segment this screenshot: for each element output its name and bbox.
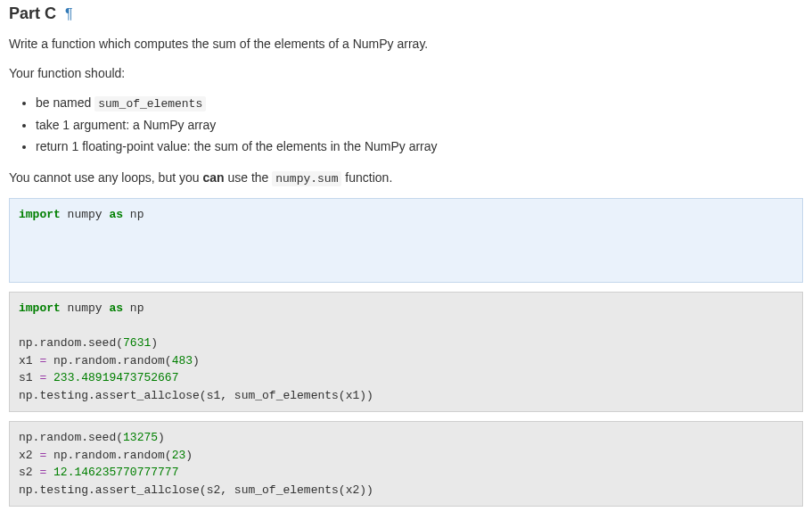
- number-literal: 23: [172, 449, 186, 462]
- number-literal: 12.146235770777777: [53, 466, 178, 479]
- req-text: be named: [36, 95, 94, 110]
- code-text: ): [151, 336, 158, 350]
- code-text: s2: [19, 466, 39, 479]
- number-literal: 233.48919473752667: [53, 371, 178, 384]
- code-text: ): [193, 354, 200, 367]
- code-inline: sum_of_elements: [94, 96, 206, 111]
- code-text: s1: [19, 371, 39, 384]
- code-text: np.testing.assert_allclose(s2, sum_of_el…: [19, 483, 373, 497]
- test-cell-1: import numpy as np np.random.seed(7631) …: [9, 292, 803, 412]
- alias-name: np: [123, 301, 144, 315]
- constraint-text: You cannot use any loops, but you can us…: [9, 169, 803, 188]
- constraint-pre: You cannot use any loops, but you: [9, 170, 202, 185]
- constraint-post: function.: [341, 170, 392, 185]
- requirements-list: be named sum_of_elements take 1 argument…: [9, 94, 803, 156]
- code-text: ): [185, 449, 193, 462]
- intro-text: Write a function which computes the sum …: [9, 35, 803, 54]
- number-literal: 483: [172, 354, 193, 367]
- keyword-as: as: [109, 208, 123, 221]
- code-text: np.random.random(: [46, 449, 171, 462]
- requirements-lead: Your function should:: [9, 64, 803, 83]
- list-item: take 1 argument: a NumPy array: [36, 116, 803, 135]
- part-c-heading: Part C ¶: [9, 2, 803, 26]
- code-input-cell[interactable]: import numpy as np: [9, 198, 803, 283]
- number-literal: 7631: [123, 336, 151, 350]
- pilcrow-icon[interactable]: ¶: [65, 4, 73, 25]
- constraint-bold: can: [202, 170, 224, 185]
- number-literal: 13275: [123, 431, 158, 444]
- code-text: np.testing.assert_allclose(s1, sum_of_el…: [19, 389, 373, 402]
- code-text: ): [158, 431, 165, 444]
- code-text: np.random.seed(: [19, 431, 123, 444]
- module-name: numpy: [61, 208, 110, 221]
- part-c-section: Part C ¶ Write a function which computes…: [9, 2, 803, 507]
- code-text: np.random.random(: [46, 354, 171, 367]
- code-inline: numpy.sum: [272, 171, 341, 186]
- code-text: x2: [19, 449, 39, 462]
- keyword-import: import: [19, 301, 61, 315]
- alias-name: np: [123, 208, 144, 221]
- keyword-as: as: [109, 301, 123, 315]
- code-text: np.random.seed(: [19, 336, 123, 350]
- test-cell-2: np.random.seed(13275) x2 = np.random.ran…: [9, 421, 803, 507]
- part-c-title: Part C: [9, 2, 56, 26]
- code-text: [46, 466, 53, 479]
- code-text: [46, 371, 53, 384]
- constraint-mid: use the: [225, 170, 273, 185]
- list-item: be named sum_of_elements: [36, 94, 803, 113]
- list-item: return 1 floating-point value: the sum o…: [36, 137, 803, 156]
- keyword-import: import: [19, 208, 61, 221]
- code-text: x1: [19, 354, 39, 367]
- module-name: numpy: [61, 301, 110, 315]
